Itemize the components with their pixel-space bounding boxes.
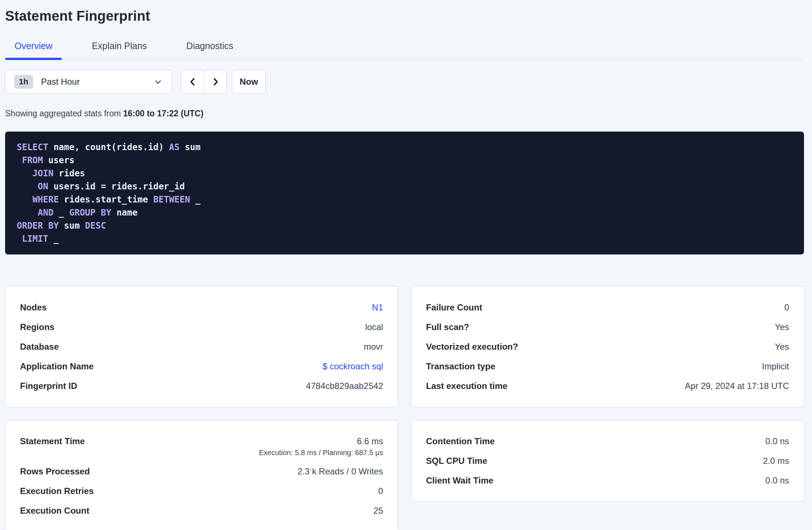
statement-details-card: Nodes N1 Regions local Database movr App… xyxy=(5,286,398,407)
stat-value-wrap: 25 xyxy=(373,506,383,516)
stat-value: 2.0 ms xyxy=(763,456,789,466)
stat-row: Rows Processed 2.3 k Reads / 0 Writes xyxy=(20,462,383,481)
statement-fingerprint-page: Statement Fingerprint Overview Explain P… xyxy=(0,0,812,530)
stat-value-wrap: 6.6 ms Execution: 5.8 ms / Planning: 687… xyxy=(259,436,383,457)
page-title: Statement Fingerprint xyxy=(5,8,804,24)
now-button[interactable]: Now xyxy=(232,70,266,93)
aggregated-stats-note: Showing aggregated stats from 16:00 to 1… xyxy=(5,109,804,119)
stat-value: local xyxy=(365,322,383,332)
stat-row: Contention Time 0.0 ns xyxy=(426,431,789,451)
time-range-select[interactable]: 1h Past Hour xyxy=(5,70,172,93)
stat-value-link[interactable]: $ cockroach sql xyxy=(322,361,383,371)
stat-label: Database xyxy=(20,342,59,352)
stat-value-wrap: 2.0 ms xyxy=(763,456,789,466)
stat-label: Execution Count xyxy=(20,506,89,516)
stat-row: Transaction type Implicit xyxy=(426,357,789,376)
stat-label: SQL CPU Time xyxy=(426,456,487,466)
chevron-right-icon xyxy=(211,77,220,87)
stat-row: Full scan? Yes xyxy=(426,317,789,337)
time-range-label: Past Hour xyxy=(41,77,153,87)
aggregated-stats-prefix: Showing aggregated stats from xyxy=(5,109,123,118)
stat-value-wrap: local xyxy=(365,322,383,332)
prev-time-button[interactable] xyxy=(181,71,204,93)
stat-row: Vectorized execution? Yes xyxy=(426,337,789,357)
wait-time-card: Contention Time 0.0 ns SQL CPU Time 2.0 … xyxy=(411,420,804,502)
stat-value-wrap: Yes xyxy=(775,342,789,352)
stat-value: 0.0 ns xyxy=(765,436,789,446)
stat-value: 25 xyxy=(373,506,383,515)
time-controls: 1h Past Hour xyxy=(5,70,804,93)
stat-value-link[interactable]: N1 xyxy=(372,302,383,312)
stat-value-wrap: 2.3 k Reads / 0 Writes xyxy=(297,466,383,477)
stat-value-wrap: movr xyxy=(364,342,383,352)
stat-row: SQL CPU Time 2.0 ms xyxy=(426,451,789,471)
stat-label: Regions xyxy=(20,322,55,332)
stat-value-wrap: Apr 29, 2024 at 17:18 UTC xyxy=(685,381,789,391)
stat-label: Execution Retries xyxy=(20,486,94,496)
stat-label: Vectorized execution? xyxy=(426,342,518,352)
stat-row: Execution Retries 0 xyxy=(20,481,383,501)
stat-value-wrap: 0.0 ns xyxy=(765,475,789,486)
execution-attributes-card: Failure Count 0 Full scan? Yes Vectorize… xyxy=(411,286,804,407)
stat-row: Last execution time Apr 29, 2024 at 17:1… xyxy=(426,376,789,396)
statement-time-card: Statement Time 6.6 ms Execution: 5.8 ms … xyxy=(5,420,398,530)
stat-value: 0 xyxy=(378,486,383,496)
stat-row: Nodes N1 xyxy=(20,298,383,317)
next-time-button[interactable] xyxy=(204,71,226,93)
stat-value: Yes xyxy=(775,322,789,332)
stat-value: Apr 29, 2024 at 17:18 UTC xyxy=(685,381,789,391)
stat-label: Failure Count xyxy=(426,302,482,313)
stat-value-wrap: 0.0 ns xyxy=(765,436,789,446)
stat-row: Fingerprint ID 4784cb829aab2542 xyxy=(20,376,383,396)
stat-label: Transaction type xyxy=(426,361,495,372)
tab-diagnostics[interactable]: Diagnostics xyxy=(177,41,243,59)
stat-value-wrap: $ cockroach sql xyxy=(322,361,383,372)
sql-statement: SELECT name, count(rides.id) AS sum FROM… xyxy=(17,141,792,245)
chevron-down-icon xyxy=(153,77,163,87)
stat-value: movr xyxy=(364,342,383,352)
stat-value-wrap: N1 xyxy=(372,302,383,313)
performance-cards-row: Statement Time 6.6 ms Execution: 5.8 ms … xyxy=(5,420,804,530)
stat-row: Client Wait Time 0.0 ns xyxy=(426,471,789,490)
chevron-left-icon xyxy=(188,77,197,87)
stat-value-wrap: 4784cb829aab2542 xyxy=(306,381,383,391)
stat-label: Contention Time xyxy=(426,436,495,446)
stat-row: Regions local xyxy=(20,317,383,337)
stat-subvalue: Execution: 5.8 ms / Planning: 687.5 µs xyxy=(259,449,383,457)
stat-value: Implicit xyxy=(762,361,789,371)
stat-value-wrap: Yes xyxy=(775,322,789,332)
stat-value-wrap: 0 xyxy=(784,302,789,313)
stat-label: Application Name xyxy=(20,361,94,372)
stat-label: Last execution time xyxy=(426,381,507,391)
stat-row: Execution Count 25 xyxy=(20,501,383,521)
stat-value: 6.6 ms xyxy=(357,436,383,446)
stat-label: Fingerprint ID xyxy=(20,381,77,391)
stat-value: 2.3 k Reads / 0 Writes xyxy=(297,466,383,476)
stat-value: 0.0 ns xyxy=(765,475,789,485)
stat-label: Client Wait Time xyxy=(426,475,493,486)
stat-value-wrap: 0 xyxy=(378,486,383,496)
stat-value: 4784cb829aab2542 xyxy=(306,381,383,391)
tab-explain-plans[interactable]: Explain Plans xyxy=(83,41,156,59)
stat-value: 0 xyxy=(784,302,789,312)
tab-overview[interactable]: Overview xyxy=(5,41,62,59)
stat-row: Failure Count 0 xyxy=(426,298,789,317)
stat-label: Full scan? xyxy=(426,322,469,332)
time-range-badge: 1h xyxy=(14,75,33,89)
details-cards-row: Nodes N1 Regions local Database movr App… xyxy=(5,286,804,407)
time-nav-group xyxy=(181,70,227,93)
tab-bar: Overview Explain Plans Diagnostics xyxy=(5,41,804,59)
aggregated-stats-range: 16:00 to 17:22 (UTC) xyxy=(123,109,204,118)
stat-label: Statement Time xyxy=(20,436,85,446)
stat-label: Nodes xyxy=(20,302,47,313)
stat-row: Statement Time 6.6 ms Execution: 5.8 ms … xyxy=(20,431,383,462)
stat-row: Database movr xyxy=(20,337,383,357)
sql-statement-box: SELECT name, count(rides.id) AS sum FROM… xyxy=(5,132,804,254)
stat-value: Yes xyxy=(775,342,789,352)
stat-label: Rows Processed xyxy=(20,466,90,477)
stat-value-wrap: Implicit xyxy=(762,361,789,372)
stat-row: Application Name $ cockroach sql xyxy=(20,357,383,376)
